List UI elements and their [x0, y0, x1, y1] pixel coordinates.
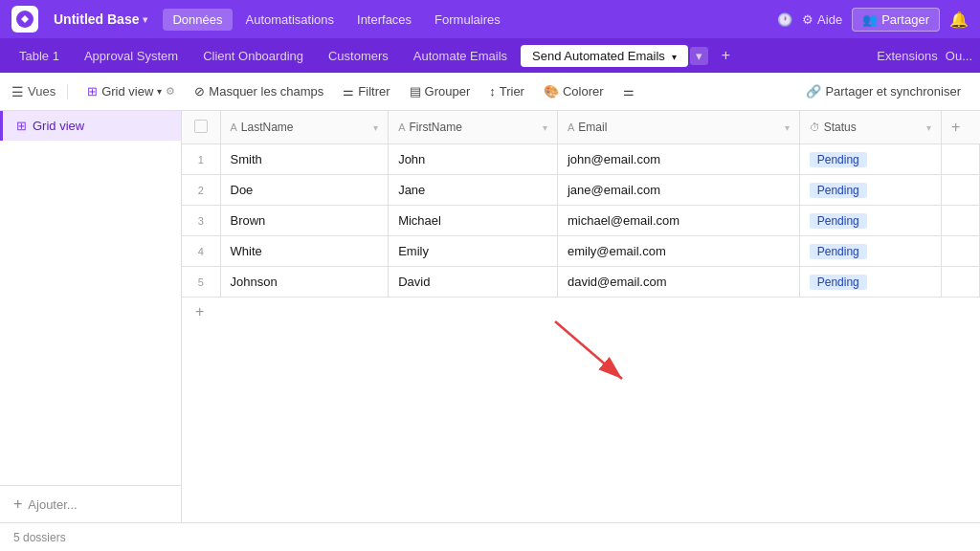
add-view-plus-icon: +	[13, 496, 22, 513]
hide-fields-label: Masquer les champs	[209, 84, 323, 99]
app-logo[interactable]	[11, 6, 38, 33]
row-height-button[interactable]: ⚌	[615, 80, 642, 102]
nav-item-interfaces[interactable]: Interfaces	[347, 9, 421, 31]
status-badge: Pending	[810, 213, 867, 229]
col-status[interactable]: ⏱ Status ▾	[799, 111, 941, 144]
help-button[interactable]: ⚙ Aide	[802, 12, 842, 27]
grid-chevron: ▾	[157, 86, 162, 97]
filter-icon: ⚌	[343, 84, 354, 99]
table-row[interactable]: 5 Johnson David david@email.com Pending	[182, 267, 980, 298]
group-label: Grouper	[425, 84, 471, 99]
cell-status[interactable]: Pending	[799, 267, 941, 298]
select-all-checkbox[interactable]	[194, 120, 208, 133]
cell-status[interactable]: Pending	[799, 206, 941, 236]
grid-view-button[interactable]: ⊞ Grid view ▾ ⚙	[79, 80, 183, 102]
cell-firstname[interactable]: Jane	[389, 175, 558, 206]
share-sync-button[interactable]: 🔗 Partager et synchroniser	[798, 80, 969, 102]
filter-button[interactable]: ⚌ Filtrer	[335, 80, 397, 102]
tab-customers[interactable]: Customers	[317, 45, 400, 67]
group-button[interactable]: ▤ Grouper	[402, 80, 479, 102]
add-view-button[interactable]: + Ajouter...	[0, 485, 181, 522]
tab-table1[interactable]: Table 1	[8, 45, 71, 67]
row-number: 5	[182, 267, 220, 298]
add-tab-button[interactable]: +	[714, 44, 737, 67]
add-row-button[interactable]: +	[182, 298, 980, 326]
tab-overflow-chevron[interactable]: ▾	[690, 47, 708, 65]
color-label: Colorer	[563, 84, 604, 99]
cell-status[interactable]: Pending	[799, 175, 941, 206]
cell-status[interactable]: Pending	[799, 236, 941, 267]
cell-lastname[interactable]: Johnson	[220, 267, 389, 298]
cell-email[interactable]: david@email.com	[557, 267, 799, 298]
tab-send-automated[interactable]: Send Automated Emails ▾	[521, 45, 688, 67]
checkbox-header[interactable]	[182, 111, 220, 144]
color-button[interactable]: 🎨 Colorer	[536, 80, 612, 102]
row-number: 2	[182, 175, 220, 206]
cell-firstname[interactable]: Michael	[389, 206, 558, 236]
grid-view-label: Grid view	[101, 84, 153, 99]
views-label: Vues	[28, 84, 56, 99]
cell-empty	[942, 144, 980, 175]
cell-email[interactable]: john@email.com	[557, 144, 799, 175]
col-lastname[interactable]: A LastName ▾	[220, 111, 389, 144]
sort-icon: ↕	[489, 84, 496, 99]
add-column-header[interactable]: +	[942, 111, 980, 144]
cell-empty	[942, 236, 980, 267]
help-icon: ⚙	[802, 12, 813, 27]
top-nav: Données Automatisations Interfaces Formu…	[163, 9, 762, 31]
firstname-sort-icon: ▾	[543, 122, 547, 133]
hide-fields-button[interactable]: ⊘ Masquer les champs	[187, 80, 331, 102]
nav-item-automatisations[interactable]: Automatisations	[236, 9, 345, 31]
cell-lastname[interactable]: White	[220, 236, 389, 267]
views-section: ☰ Vues	[11, 84, 68, 99]
tab-chevron: ▾	[672, 52, 677, 62]
tab-automate[interactable]: Automate Emails	[402, 45, 519, 67]
nav-item-formulaires[interactable]: Formulaires	[425, 9, 510, 31]
hamburger-icon: ☰	[11, 84, 24, 99]
cell-email[interactable]: jane@email.com	[557, 175, 799, 206]
history-button[interactable]: 🕐	[777, 12, 792, 27]
extensions-link[interactable]: Extensions	[877, 49, 938, 63]
sidebar: ⊞ Grid view + Ajouter...	[0, 111, 182, 522]
share-icon: 👥	[862, 12, 878, 27]
tab-bar-right: Extensions Ou...	[877, 49, 972, 63]
cell-lastname[interactable]: Smith	[220, 144, 389, 175]
table-row[interactable]: 1 Smith John john@email.com Pending	[182, 144, 980, 175]
cell-email[interactable]: michael@email.com	[557, 206, 799, 236]
add-column-icon[interactable]: +	[951, 119, 960, 135]
table-row[interactable]: 3 Brown Michael michael@email.com Pendin…	[182, 206, 980, 236]
col-email[interactable]: A Email ▾	[557, 111, 799, 144]
sidebar-view-grid[interactable]: ⊞ Grid view	[0, 111, 181, 141]
lastname-sort-icon: ▾	[373, 122, 378, 133]
tab-onboarding[interactable]: Client Onboarding	[191, 45, 315, 67]
tab-bar: Table 1 Approval System Client Onboardin…	[0, 38, 980, 73]
table-row[interactable]: 2 Doe Jane jane@email.com Pending	[182, 175, 980, 206]
sidebar-view-label: Grid view	[33, 119, 84, 133]
share-button[interactable]: 👥 Partager	[852, 8, 940, 32]
col-lastname-label: LastName	[241, 121, 294, 134]
sort-button[interactable]: ↕ Trier	[481, 80, 532, 102]
row-height-icon: ⚌	[623, 84, 635, 99]
nav-item-donnees[interactable]: Données	[163, 9, 232, 31]
cell-empty	[942, 206, 980, 236]
cell-firstname[interactable]: David	[389, 267, 558, 298]
cell-firstname[interactable]: John	[389, 144, 558, 175]
notification-button[interactable]: 🔔	[949, 11, 969, 29]
cell-firstname[interactable]: Emily	[389, 236, 558, 267]
hide-icon: ⊘	[194, 84, 205, 99]
col-firstname[interactable]: A FirstName ▾	[389, 111, 558, 144]
color-icon: 🎨	[544, 84, 559, 99]
cell-status[interactable]: Pending	[799, 144, 941, 175]
table-row[interactable]: 4 White Emily emily@email.com Pending	[182, 236, 980, 267]
overflow-link[interactable]: Ou...	[946, 49, 972, 63]
status-field-icon: ⏱	[810, 121, 820, 133]
main-content: ⊞ Grid view + Ajouter... A LastName ▾	[0, 111, 980, 522]
cell-email[interactable]: emily@email.com	[557, 236, 799, 267]
app-title[interactable]: Untitled Base ▾	[54, 11, 147, 27]
cell-lastname[interactable]: Doe	[220, 175, 389, 206]
record-count: 5 dossiers	[13, 531, 66, 544]
table-wrapper: A LastName ▾ A FirstName ▾	[182, 111, 980, 522]
cell-lastname[interactable]: Brown	[220, 206, 389, 236]
add-row-icon: +	[195, 303, 204, 320]
tab-approval[interactable]: Approval System	[73, 45, 189, 67]
